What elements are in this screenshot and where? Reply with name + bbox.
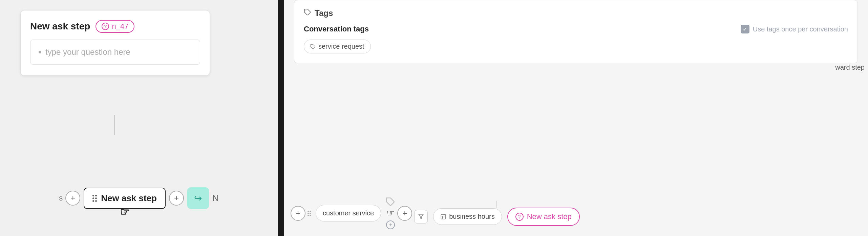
partial-label-2: ward step	[835, 64, 865, 71]
branch-connector: business hours ? New ask step	[414, 201, 580, 226]
bullet-point	[39, 51, 41, 53]
question-placeholder: type your question here	[45, 47, 130, 57]
tags-header: Tags	[304, 8, 848, 18]
customer-service-label: customer service	[323, 209, 374, 217]
s-label: s	[59, 194, 63, 203]
customer-service-node[interactable]: customer service	[316, 205, 381, 221]
tags-title: Tags	[315, 8, 333, 18]
vert-line-top	[496, 201, 497, 208]
tags-row: Conversation tags ✓ Use tags once per co…	[304, 25, 848, 33]
card-title: New ask step	[30, 21, 90, 32]
drag-handle	[92, 195, 97, 202]
next-label: N	[212, 193, 219, 204]
tag-chip-label: service request	[318, 43, 364, 50]
flow-row: + customer service ☞ + +	[291, 197, 861, 229]
question-icon: ?	[102, 23, 109, 30]
tag-chip-service-request[interactable]: service request	[304, 40, 371, 53]
connector-line	[114, 115, 115, 135]
checkbox-row[interactable]: ✓ Use tags once per conversation	[741, 25, 848, 33]
filter-icon	[414, 210, 428, 223]
new-ask-step-flow-node[interactable]: ? New ask step	[507, 208, 580, 226]
business-hours-node[interactable]: business hours	[433, 208, 502, 225]
card-header: New ask step ? n_47	[30, 20, 200, 33]
new-ask-step-label: New ask step	[527, 212, 572, 221]
flow-drag-handle	[308, 211, 311, 216]
business-hours-area: business hours	[414, 208, 505, 225]
flow-add-btn-1[interactable]: +	[291, 206, 305, 221]
svg-rect-4	[441, 214, 446, 219]
cursor-pointer-icon: ☞	[387, 208, 395, 218]
tags-section: Tags Conversation tags ✓ Use tags once p…	[294, 0, 858, 63]
flow-add-btn-2[interactable]: +	[397, 206, 412, 221]
black-divider	[278, 0, 284, 236]
redirect-button[interactable]: ↪	[187, 187, 209, 209]
flow-add-small-below[interactable]: +	[386, 220, 395, 229]
tag-flow-icon	[386, 197, 395, 207]
node-badge: ? n_47	[96, 20, 134, 33]
question-box[interactable]: type your question here	[30, 40, 200, 65]
add-button-right[interactable]: +	[169, 191, 184, 206]
conversation-tags-label: Conversation tags	[304, 25, 369, 33]
checkbox-icon[interactable]: ✓	[741, 25, 749, 33]
business-hours-label: business hours	[449, 213, 495, 220]
branch-row: business hours ? New ask step	[414, 208, 580, 226]
checkbox-label: Use tags once per conversation	[753, 25, 848, 33]
tag-cursor-area: ☞ +	[386, 197, 395, 229]
node-badge-label: n_47	[112, 22, 128, 31]
ask-step-card: New ask step ? n_47 type your question h…	[20, 10, 210, 76]
right-panel: l step ward step Tags Conversation tags …	[284, 0, 868, 236]
bottom-toolbar: s + New ask step ☞ + ↪ N	[0, 187, 278, 209]
left-panel: New ask step ? n_47 type your question h…	[0, 0, 278, 236]
add-button-left[interactable]: +	[65, 191, 80, 206]
new-ask-step-node-bottom[interactable]: New ask step ☞	[84, 188, 166, 209]
svg-marker-3	[419, 215, 423, 219]
cursor-hand-icon: ☞	[120, 206, 130, 218]
tag-icon	[304, 8, 311, 18]
new-ask-step-icon: ?	[515, 213, 524, 221]
step-node-label: New ask step	[101, 193, 157, 204]
